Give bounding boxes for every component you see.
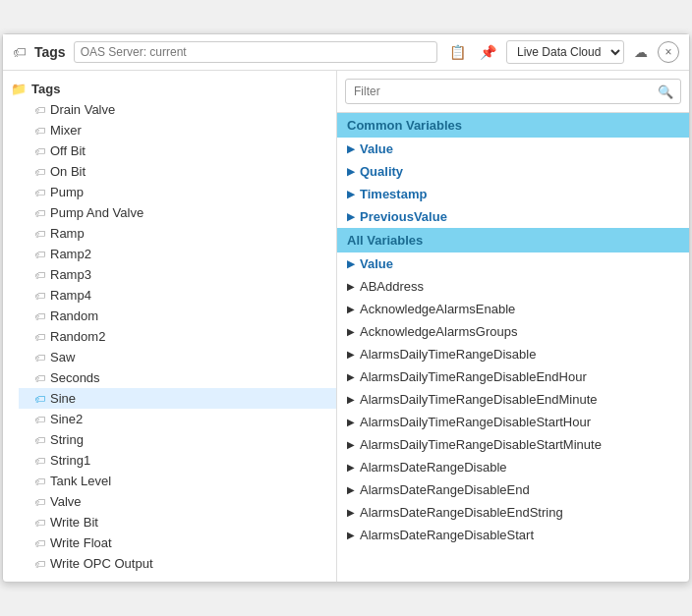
- var-item[interactable]: ▶ AlarmsDateRangeDisableEnd: [337, 478, 689, 501]
- pin-button[interactable]: 📌: [476, 42, 500, 62]
- data-source-dropdown[interactable]: Live Data Cloud: [506, 40, 624, 64]
- list-item[interactable]: 🏷 Off Bit: [19, 140, 336, 161]
- list-item[interactable]: 🏷 Write Float: [19, 532, 336, 553]
- expand-arrow-icon: ▶: [347, 211, 355, 222]
- var-label: AcknowledgeAlarmsGroups: [360, 324, 517, 339]
- var-label: PreviousValue: [360, 209, 447, 224]
- item-label: Pump And Valve: [50, 205, 144, 220]
- filter-bar: 🔍: [337, 71, 689, 113]
- item-label: Pump: [50, 185, 84, 199]
- cloud-button[interactable]: ☁: [630, 42, 652, 62]
- tag-leaf-icon: 🏷: [34, 228, 45, 240]
- all-variables-header: All Variables: [337, 228, 689, 252]
- list-item[interactable]: 🏷 Mixer: [19, 120, 336, 140]
- left-panel: 📁 Tags 🏷 Drain Valve 🏷 Mixer 🏷 Off Bit: [3, 71, 337, 582]
- expand-arrow-icon: ▶: [347, 281, 355, 292]
- expand-arrow-icon: ▶: [347, 462, 355, 473]
- filter-input[interactable]: [345, 79, 681, 104]
- var-label: AlarmsDateRangeDisableEndString: [360, 505, 563, 520]
- var-item[interactable]: ▶ Value: [337, 252, 689, 275]
- list-item[interactable]: 🏷 Sine2: [19, 409, 336, 429]
- var-item[interactable]: ▶ AlarmsDateRangeDisableEndString: [337, 501, 689, 524]
- var-label: AlarmsDateRangeDisable: [360, 460, 507, 475]
- item-label: Tank Level: [50, 474, 111, 488]
- list-item[interactable]: 🏷 Ramp4: [19, 285, 336, 306]
- var-label: AlarmsDateRangeDisableStart: [360, 528, 534, 542]
- list-item[interactable]: 🏷 Tank Level: [19, 471, 336, 491]
- variables-list: Common Variables ▶ Value ▶ Quality ▶ Tim…: [337, 113, 689, 582]
- var-item[interactable]: ▶ AlarmsDateRangeDisableStart: [337, 524, 689, 546]
- var-item[interactable]: ▶ AlarmsDailyTimeRangeDisableStartMinute: [337, 433, 689, 456]
- var-item[interactable]: ▶ AlarmsDailyTimeRangeDisableStartHour: [337, 411, 689, 433]
- list-item[interactable]: 🏷 Ramp2: [19, 244, 336, 264]
- item-label: Mixer: [50, 123, 82, 138]
- tag-leaf-icon: 🏷: [34, 207, 45, 219]
- expand-arrow-icon: ▶: [347, 394, 355, 405]
- root-folder-label: Tags: [31, 82, 60, 96]
- var-item[interactable]: ▶ AlarmsDailyTimeRangeDisable: [337, 343, 689, 365]
- tag-leaf-icon: 🏷: [34, 537, 45, 549]
- var-item[interactable]: ▶ AlarmsDailyTimeRangeDisableEndMinute: [337, 388, 689, 411]
- var-item[interactable]: ▶ Value: [337, 138, 689, 160]
- list-item[interactable]: 🏷 Write Bit: [19, 512, 336, 532]
- var-item[interactable]: ▶ ABAddress: [337, 275, 689, 298]
- item-label: Valve: [50, 494, 82, 509]
- list-item[interactable]: 🏷 Random: [19, 306, 336, 326]
- expand-arrow-icon: ▶: [347, 258, 355, 269]
- tag-leaf-icon: 🏷: [34, 290, 45, 302]
- tag-tree: 📁 Tags 🏷 Drain Valve 🏷 Mixer 🏷 Off Bit: [3, 79, 336, 574]
- var-item[interactable]: ▶ AcknowledgeAlarmsGroups: [337, 320, 689, 343]
- expand-arrow-icon: ▶: [347, 439, 355, 450]
- item-label: String1: [50, 453, 90, 468]
- var-item[interactable]: ▶ AlarmsDateRangeDisable: [337, 456, 689, 478]
- clipboard-button[interactable]: 📋: [445, 42, 470, 62]
- var-label: AcknowledgeAlarmsEnable: [360, 302, 515, 316]
- list-item[interactable]: 🏷 Ramp3: [19, 264, 336, 285]
- item-label: Sine2: [50, 412, 83, 426]
- tag-leaf-icon: 🏷: [34, 269, 45, 281]
- list-item[interactable]: 🏷 Write OPC Output: [19, 553, 336, 574]
- list-item[interactable]: 🏷 Seconds: [19, 367, 336, 388]
- expand-arrow-icon: ▶: [347, 484, 355, 495]
- tag-leaf-icon: 🏷: [34, 476, 45, 487]
- var-item[interactable]: ▶ Timestamp: [337, 183, 689, 205]
- expand-arrow-icon: ▶: [347, 326, 355, 337]
- expand-arrow-icon: ▶: [347, 349, 355, 360]
- list-item[interactable]: 🏷 Drain Valve: [19, 99, 336, 120]
- list-item[interactable]: 🏷 Valve: [19, 491, 336, 512]
- tag-leaf-icon: 🏷: [34, 331, 45, 343]
- item-label: Write OPC Output: [50, 556, 153, 571]
- tag-leaf-icon: 🏷: [34, 372, 45, 384]
- tag-leaf-icon: 🏷: [34, 434, 45, 446]
- var-item[interactable]: ▶ PreviousValue: [337, 205, 689, 228]
- tag-leaf-icon: 🏷: [34, 558, 45, 570]
- list-item[interactable]: 🏷 String1: [19, 450, 336, 471]
- item-label: String: [50, 432, 84, 447]
- var-item[interactable]: ▶ AlarmsDailyTimeRangeDisableEndHour: [337, 365, 689, 388]
- item-label: Off Bit: [50, 143, 86, 158]
- list-item[interactable]: 🏷 Saw: [19, 347, 336, 367]
- var-item[interactable]: ▶ AcknowledgeAlarmsEnable: [337, 298, 689, 320]
- list-item[interactable]: 🏷 String: [19, 429, 336, 450]
- root-folder[interactable]: 📁 Tags: [3, 79, 336, 99]
- close-button[interactable]: ×: [658, 41, 679, 63]
- tag-leaf-icon: 🏷: [34, 145, 45, 157]
- expand-arrow-icon: ▶: [347, 189, 355, 199]
- list-item[interactable]: 🏷 Ramp: [19, 223, 336, 244]
- tag-leaf-icon: 🏷: [34, 166, 45, 178]
- list-item[interactable]: 🏷 Random2: [19, 326, 336, 347]
- var-label: AlarmsDailyTimeRangeDisableStartMinute: [360, 437, 602, 452]
- var-label: Value: [360, 256, 393, 271]
- server-input[interactable]: [74, 41, 437, 63]
- expand-arrow-icon: ▶: [347, 371, 355, 382]
- list-item[interactable]: 🏷 On Bit: [19, 161, 336, 182]
- list-item[interactable]: 🏷 Pump: [19, 182, 336, 202]
- toolbar-actions: 📋 📌 Live Data Cloud ☁ ×: [445, 40, 679, 64]
- var-item[interactable]: ▶ Quality: [337, 160, 689, 183]
- item-label: Ramp3: [50, 267, 91, 282]
- list-item[interactable]: 🏷 Sine: [19, 388, 336, 409]
- expand-arrow-icon: ▶: [347, 507, 355, 518]
- var-label: ABAddress: [360, 279, 424, 294]
- expand-arrow-icon: ▶: [347, 304, 355, 314]
- list-item[interactable]: 🏷 Pump And Valve: [19, 202, 336, 223]
